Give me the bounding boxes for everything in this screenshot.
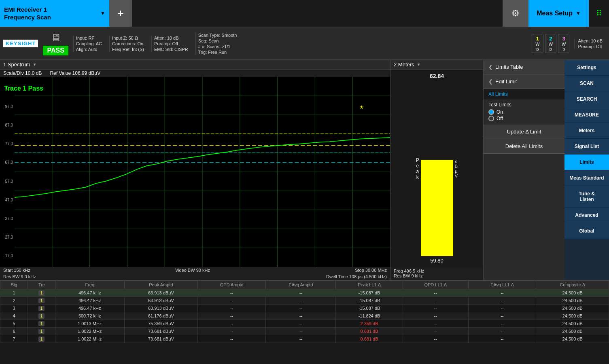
title-block[interactable]: EMI Receiver 1 Frequency Scan ▼ xyxy=(0,0,109,27)
spectrum-panel: 1 Spectrum ▼ Scale/Div 10.0 dB Ref Value… xyxy=(0,60,390,280)
meter-bottom-value: 59.80 xyxy=(430,258,443,264)
table-cell: 24.500 dB xyxy=(536,312,609,320)
peak-ll1-value: -11.824 dB xyxy=(359,313,380,318)
top-spacer xyxy=(132,0,503,27)
peak-ll1-value: 2.359 dB xyxy=(361,321,378,326)
spectrum-dropdown-arrow[interactable]: ▼ xyxy=(32,62,36,67)
table-cell: -- xyxy=(198,305,266,312)
meters-dropdown-arrow[interactable]: ▼ xyxy=(417,62,421,67)
limits-table-button[interactable]: ❮ Limits Table xyxy=(484,60,564,74)
table-cell: 24.500 dB xyxy=(536,297,609,305)
nav-global-button[interactable]: Global xyxy=(564,223,609,239)
off-radio-button[interactable] xyxy=(488,116,494,121)
meas-setup-button[interactable]: Meas Setup ▼ xyxy=(528,0,589,27)
gear-icon: ⚙ xyxy=(511,8,520,19)
input-z-info: Input Z: 50 Ω Corrections: On Freq Ref: … xyxy=(109,36,146,52)
video-bw-label: Video BW 90 kHz xyxy=(175,268,210,273)
on-radio-button[interactable] xyxy=(488,109,494,115)
nav-signal-list-button[interactable]: Signal List xyxy=(564,139,609,154)
table-cell: 63.913 dBμV xyxy=(124,297,198,305)
peak-ll1-value: 0.681 dB xyxy=(361,329,378,334)
y-label-val-97: 97.0 xyxy=(0,104,15,109)
table-cell: -- xyxy=(266,328,336,335)
spectrum-scale-bar: Scale/Div 10.0 dB Ref Value 106.99 dBμV xyxy=(0,70,390,77)
nav-tune-listen-button[interactable]: Tune &Listen xyxy=(564,186,609,207)
table-cell: 1 xyxy=(28,289,55,297)
chevron-left-icon: ❮ xyxy=(488,64,493,70)
corrections-label: Corrections: On xyxy=(112,41,144,46)
nav-limits-button[interactable]: Limits xyxy=(564,154,609,170)
table-cell: -- xyxy=(403,312,468,320)
nav-advanced-button[interactable]: Advanced xyxy=(564,207,609,223)
table-cell: 1 xyxy=(28,305,55,312)
table-row[interactable]: 31496.47 kHz63.913 dBμV-----15.087 dB---… xyxy=(0,305,609,312)
edit-limit-button[interactable]: ❮ Edit Limit xyxy=(484,74,564,89)
table-cell: 496.47 kHz xyxy=(55,297,124,305)
nav-measure-button[interactable]: MEASURE xyxy=(564,107,609,123)
table-row[interactable]: 511.0013 MHz75.359 dBμV----2.359 dB----2… xyxy=(0,320,609,328)
delete-all-limits-button[interactable]: Delete All Limits xyxy=(484,139,564,154)
title-dropdown-arrow[interactable]: ▼ xyxy=(100,11,105,16)
nav-meas-standard-button[interactable]: Meas Standard xyxy=(564,170,609,186)
signal-table-area: Sig Trc Freq Peak Amptd QPD Amptd EAvg A… xyxy=(0,280,609,364)
nav-search-button[interactable]: SEARCH xyxy=(564,91,609,107)
table-cell: -- xyxy=(266,335,336,343)
dwell-label: Dwell Time 108 μs (4.500 kHz) xyxy=(326,274,387,279)
spectrum-header[interactable]: 1 Spectrum ▼ xyxy=(0,60,390,70)
nav-settings-button[interactable]: Settings xyxy=(564,60,609,76)
table-cell: -- xyxy=(198,289,266,297)
run-indicator: ⠿ xyxy=(589,0,609,27)
trc-badge: 1 xyxy=(38,329,45,334)
trace-badges: 1 W p 2 W p 3 W p xyxy=(532,34,569,53)
atten-info: Atten: 10 dB Preamp: Off EMC Std: CISPR xyxy=(151,36,191,52)
atten2-label: Atten: 10 dB xyxy=(578,38,603,43)
nav-meters-button[interactable]: Meters xyxy=(564,123,609,139)
num-scans-label: # of Scans: >1/1 xyxy=(198,44,237,49)
trace-2-num: 2 xyxy=(549,36,552,42)
table-cell: 2.359 dB xyxy=(336,320,403,328)
y-label-val-57: 57.0 xyxy=(0,179,15,184)
table-cell: -- xyxy=(198,312,266,320)
trace-pass-label: Trace 1 Pass xyxy=(4,85,43,92)
table-row[interactable]: 611.0022 MHz73.681 dBμV----0.681 dB----2… xyxy=(0,328,609,335)
seq-label: Seq: Scan xyxy=(198,38,237,43)
table-cell: 4 xyxy=(0,312,28,320)
table-cell: 1 xyxy=(28,328,55,335)
table-row[interactable]: 41500.72 kHz61.176 dBμV-----11.824 dB---… xyxy=(0,312,609,320)
table-cell: -- xyxy=(198,328,266,335)
spectrum-canvas[interactable]: Log 97.0 87.0 77.0 67.0 57.0 47.0 37.0 2… xyxy=(0,77,390,267)
peak-ll1-value: -15.087 dB xyxy=(359,298,380,303)
table-cell: -- xyxy=(266,320,336,328)
meter-top-value: 62.84 xyxy=(430,73,444,79)
peak-ll1-value: -15.087 dB xyxy=(359,306,380,311)
input-z-label: Input Z: 50 Ω xyxy=(112,36,144,40)
update-limit-button[interactable]: Update Δ Limit xyxy=(484,125,564,139)
table-cell: 24.500 dB xyxy=(536,305,609,312)
off-radio-row[interactable]: Off xyxy=(488,116,560,121)
table-cell: 1.0022 MHz xyxy=(55,335,124,343)
meters-header[interactable]: 2 Meters ▼ xyxy=(390,60,483,70)
trace-1-p: p xyxy=(536,47,539,51)
table-cell: -15.087 dB xyxy=(336,289,403,297)
y-label-val-17: 17.0 xyxy=(0,254,15,258)
col-eavg-amptd: EAvg Amptd xyxy=(266,281,336,289)
table-cell: -15.087 dB xyxy=(336,305,403,312)
settings-gear-button[interactable]: ⚙ xyxy=(503,0,528,27)
add-button[interactable]: + xyxy=(109,0,132,27)
table-row[interactable]: 21496.47 kHz63.913 dBμV-----15.087 dB---… xyxy=(0,297,609,305)
stop-label: Stop 30.00 MHz xyxy=(355,268,387,273)
table-cell: -- xyxy=(403,328,468,335)
all-limits-label: All Limits xyxy=(484,89,564,99)
table-cell: 2 xyxy=(0,297,28,305)
scan-type-label: Scan Type: Smooth xyxy=(198,33,237,38)
table-row[interactable]: 711.0022 MHz73.681 dBμV----0.681 dB----2… xyxy=(0,335,609,343)
spectrum-svg: * xyxy=(15,77,390,267)
table-cell: -- xyxy=(266,305,336,312)
table-cell: 496.47 kHz xyxy=(55,289,124,297)
col-composite: Composite Δ xyxy=(536,281,609,289)
on-radio-row[interactable]: On xyxy=(488,109,560,115)
table-row[interactable]: 11496.47 kHz63.913 dBμV-----15.087 dB---… xyxy=(0,289,609,297)
res-bw-label: Res BW 9.0 kHz xyxy=(3,274,36,279)
nav-scan-button[interactable]: SCAN xyxy=(564,76,609,91)
meter-unit-label: dBμV xyxy=(455,81,458,256)
